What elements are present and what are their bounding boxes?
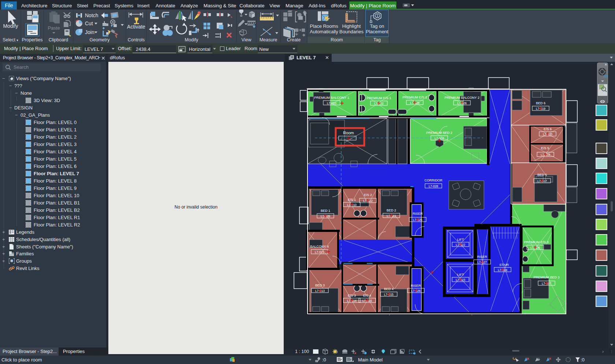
svg-text:LIFT: LIFT: [457, 238, 464, 241]
svg-text:RISER: RISER: [477, 255, 487, 259]
svg-text:PREMIUM E/S 1: PREMIUM E/S 1: [366, 96, 391, 100]
svg-text:Activate: Activate: [127, 24, 145, 30]
svg-text:E/S 3: E/S 3: [348, 294, 356, 297]
svg-text:Highlight: Highlight: [342, 23, 361, 29]
svg-text:L7-028: L7-028: [429, 184, 438, 188]
svg-text:PREMIUM BALCONY 2: PREMIUM BALCONY 2: [444, 96, 479, 100]
svg-text:E/S 6: E/S 6: [544, 127, 552, 131]
svg-text:LIFT: LIFT: [457, 273, 464, 277]
svg-text:PREMIUM BED 2: PREMIUM BED 2: [426, 131, 452, 135]
svg-text:E/S 2: E/S 2: [364, 193, 372, 197]
svg-text:Placement: Placement: [366, 29, 388, 34]
svg-text:RISER: RISER: [411, 284, 421, 288]
svg-text:E/S 1: E/S 1: [348, 198, 356, 202]
svg-text:PREMIUM BALCONY 1: PREMIUM BALCONY 1: [314, 96, 349, 100]
svg-text:BED 5: BED 5: [537, 173, 547, 177]
svg-text:L7-003: L7-003: [327, 101, 336, 105]
svg-text:E/S 5: E/S 5: [541, 146, 549, 150]
svg-text:PREMIUM E/S 3: PREMIUM E/S 3: [524, 240, 548, 244]
svg-text:BED 2: BED 2: [387, 209, 396, 212]
svg-text:Room: Room: [343, 131, 354, 135]
svg-text:1: 1: [376, 14, 379, 18]
svg-text:BED 1: BED 1: [321, 209, 330, 213]
svg-text:PREMIUM BED 3: PREMIUM BED 3: [533, 275, 559, 279]
svg-text:BED 3: BED 3: [315, 284, 325, 287]
svg-text:BED 6: BED 6: [536, 101, 545, 105]
svg-text:L7-021: L7-021: [315, 250, 324, 254]
svg-text:Tag on: Tag on: [370, 23, 384, 29]
svg-text:BED 4: BED 4: [384, 287, 394, 291]
svg-text:Place Rooms: Place Rooms: [310, 23, 338, 29]
svg-text:Boundaries: Boundaries: [339, 29, 364, 34]
svg-text:E/S 4: E/S 4: [363, 294, 371, 297]
svg-text:PREMIUM E/S 2: PREMIUM E/S 2: [402, 95, 427, 99]
svg-text:BALCONY X: BALCONY X: [310, 245, 329, 248]
svg-text:STAIR: STAIR: [499, 263, 509, 267]
svg-text:Automatically: Automatically: [310, 29, 338, 34]
svg-text:CORRIDOR: CORRIDOR: [425, 179, 443, 182]
svg-text:RISER: RISER: [413, 212, 423, 215]
